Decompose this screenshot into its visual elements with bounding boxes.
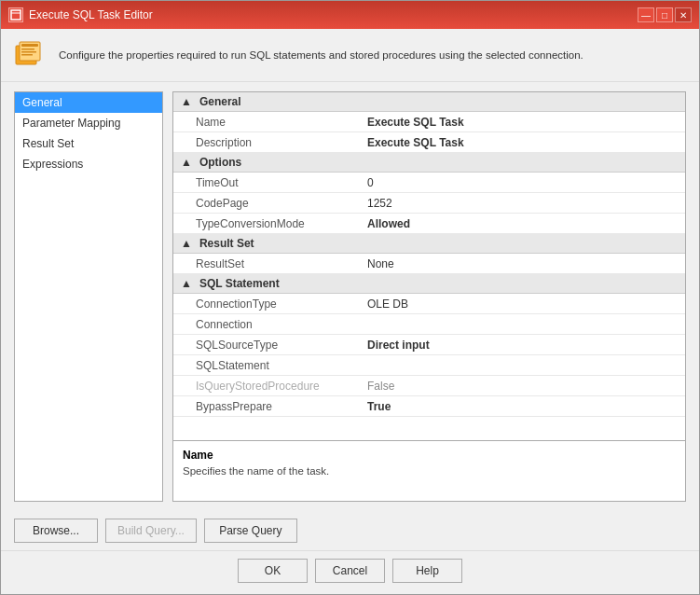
sidebar-item-parameter-mapping[interactable]: Parameter Mapping [15,113,162,133]
header-icon [14,38,48,72]
header-description: Configure the properties required to run… [59,48,583,62]
prop-row-isquerystoredprocedure: IsQueryStoredProcedure False [173,376,685,396]
section-sql-statement: ▲ SQL Statement [173,274,685,294]
prop-row-timeout: TimeOut 0 [173,173,685,193]
maximize-button[interactable]: □ [656,7,673,22]
minimize-button[interactable]: — [638,7,654,22]
svg-rect-6 [21,51,36,53]
collapse-general-icon[interactable]: ▲ [181,95,192,108]
prop-row-codepage: CodePage 1252 [173,193,685,214]
build-query-button[interactable]: Build Query... [105,519,197,543]
description-box: Name Specifies the name of the task. [172,441,686,502]
action-buttons-row: Browse... Build Query... Parse Query [1,511,699,550]
browse-button[interactable]: Browse... [14,519,98,543]
sidebar-item-general[interactable]: General [15,92,162,113]
prop-row-sqlsourcetype: SQLSourceType Direct input [173,335,685,355]
section-general: ▲ General [173,92,685,112]
properties-table: ▲ General Name Execute SQL Task Descript… [172,91,686,441]
sidebar-item-expressions[interactable]: Expressions [15,154,162,174]
title-bar-controls: — □ ✕ [638,7,692,22]
description-text: Specifies the name of the task. [183,465,676,477]
collapse-sql-icon[interactable]: ▲ [181,277,192,290]
prop-row-connectiontype: ConnectionType OLE DB [173,294,685,314]
svg-rect-0 [11,10,21,20]
prop-row-name: Name Execute SQL Task [173,112,685,132]
window-title: Execute SQL Task Editor [29,8,153,21]
bottom-bar: OK Cancel Help [1,550,699,594]
section-result-set: ▲ Result Set [173,234,685,254]
left-panel: General Parameter Mapping Result Set Exp… [14,91,163,502]
title-bar: Execute SQL Task Editor — □ ✕ [1,1,699,29]
content-area: General Parameter Mapping Result Set Exp… [1,82,699,511]
right-panel: ▲ General Name Execute SQL Task Descript… [172,91,686,502]
svg-rect-7 [21,54,33,56]
sidebar-item-result-set[interactable]: Result Set [15,133,162,154]
cancel-button[interactable]: Cancel [315,559,385,583]
close-button[interactable]: ✕ [675,7,692,22]
prop-row-bypassprepare: BypassPrepare True [173,396,685,417]
prop-row-typeconversion: TypeConversionMode Allowed [173,214,685,234]
svg-rect-5 [21,48,34,50]
collapse-options-icon[interactable]: ▲ [181,156,192,169]
prop-row-connection: Connection [173,314,685,335]
window-icon [8,7,23,22]
header-bar: Configure the properties required to run… [1,29,699,82]
prop-row-sqlstatement: SQLStatement [173,355,685,376]
prop-row-description: Description Execute SQL Task [173,132,685,153]
help-button[interactable]: Help [392,559,462,583]
prop-row-resultset: ResultSet None [173,254,685,274]
main-window: Execute SQL Task Editor — □ ✕ Configure … [0,0,700,595]
description-title: Name [183,449,676,462]
section-options: ▲ Options [173,153,685,173]
svg-rect-4 [21,44,38,47]
parse-query-button[interactable]: Parse Query [204,519,297,543]
ok-button[interactable]: OK [238,559,308,583]
collapse-resultset-icon[interactable]: ▲ [181,237,192,250]
